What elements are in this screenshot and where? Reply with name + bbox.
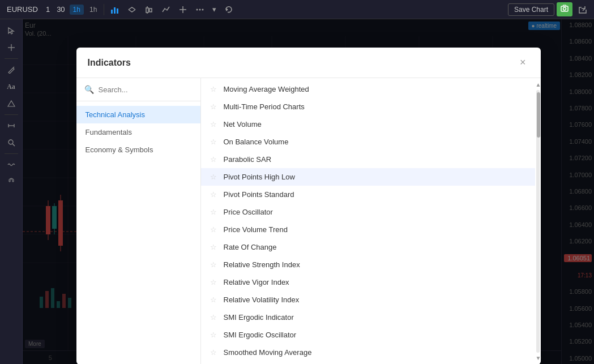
star-icon-3[interactable]: ☆ xyxy=(210,120,217,129)
svg-point-10 xyxy=(199,8,201,10)
tf-1h-btn[interactable]: 1h xyxy=(70,5,84,15)
svg-marker-15 xyxy=(8,28,14,34)
indicator-smi-ergodic-oscillator[interactable]: ☆ SMI Ergodic Oscillator xyxy=(201,326,535,344)
scroll-thumb[interactable] xyxy=(537,92,540,138)
scrollbar-area: ▲ ▼ xyxy=(535,78,541,364)
dropdown-btn[interactable]: ▾ xyxy=(210,3,219,15)
sidebar-tool-crosshair[interactable] xyxy=(3,40,20,55)
line-icon xyxy=(161,5,170,14)
chart-type-btn[interactable] xyxy=(108,3,122,16)
scale-btn[interactable] xyxy=(125,3,139,16)
sidebar-tool-cursor[interactable] xyxy=(3,23,20,38)
star-icon-2[interactable]: ☆ xyxy=(210,102,217,111)
star-icon-1[interactable]: ☆ xyxy=(210,85,217,93)
indicator-rate-of-change[interactable]: ☆ Rate Of Change xyxy=(201,238,535,256)
chart-area[interactable]: Eur Vol. (20... ● realtime xyxy=(23,19,594,364)
search-input[interactable] xyxy=(99,85,193,94)
indicator-label-8: Price Oscillator xyxy=(224,208,273,216)
indicator-relative-volatility[interactable]: ☆ Relative Volatility Index xyxy=(201,291,535,309)
star-icon-14[interactable]: ☆ xyxy=(210,313,217,322)
zoom-icon xyxy=(7,139,15,147)
indicator-multi-time[interactable]: ☆ Multi-Time Period Charts xyxy=(201,98,535,115)
replay-icon xyxy=(224,5,233,14)
search-container: 🔍 xyxy=(76,78,200,101)
sidebar-tool-wave[interactable] xyxy=(3,157,20,173)
svg-point-21 xyxy=(8,140,13,144)
left-sidebar: Aa xyxy=(0,19,23,364)
star-icon-6[interactable]: ☆ xyxy=(210,173,217,181)
star-icon-5[interactable]: ☆ xyxy=(210,155,217,164)
indicator-label-10: Rate Of Change xyxy=(224,243,277,251)
star-icon-9[interactable]: ☆ xyxy=(210,225,217,234)
candle-btn[interactable] xyxy=(142,3,156,16)
pen-icon xyxy=(7,66,15,74)
sidebar-tool-text[interactable]: Aa xyxy=(3,79,20,95)
camera-icon xyxy=(560,4,569,13)
indicator-label-13: Relative Volatility Index xyxy=(224,296,300,304)
indicator-label-4: On Balance Volume xyxy=(224,138,289,146)
magnet-icon xyxy=(7,178,15,186)
indicator-label-5: Parabolic SAR xyxy=(224,155,272,164)
indicator-moving-average-weighted[interactable]: ☆ Moving Average Weighted xyxy=(201,80,535,98)
svg-marker-12 xyxy=(226,8,228,11)
modal-close-button[interactable]: × xyxy=(516,55,529,70)
star-icon-15[interactable]: ☆ xyxy=(210,331,217,339)
num1-label: 1 xyxy=(44,4,52,15)
svg-rect-2 xyxy=(117,8,118,14)
star-icon-11[interactable]: ☆ xyxy=(210,260,217,269)
star-icon-10[interactable]: ☆ xyxy=(210,243,217,251)
search-icon: 🔍 xyxy=(84,85,94,94)
indicator-label-16: Smoothed Moving Average xyxy=(224,348,312,357)
star-icon-16[interactable]: ☆ xyxy=(210,348,217,357)
svg-rect-6 xyxy=(149,8,152,12)
indicator-on-balance-volume[interactable]: ☆ On Balance Volume xyxy=(201,133,535,151)
indicator-price-volume-trend[interactable]: ☆ Price Volume Trend xyxy=(201,221,535,238)
indicator-smoothed-ma[interactable]: ☆ Smoothed Moving Average xyxy=(201,344,535,361)
replay-btn[interactable] xyxy=(221,3,236,16)
sidebar-tool-magnet[interactable] xyxy=(3,174,20,190)
indicator-label-2: Multi-Time Period Charts xyxy=(224,102,305,111)
indicator-rsi[interactable]: ☆ Relative Strength Index xyxy=(201,256,535,273)
indicator-price-oscillator[interactable]: ☆ Price Oscillator xyxy=(201,203,535,221)
main-toolbar: EURUSD 1 30 1h 1h ▾ Save Chart xyxy=(0,0,594,19)
indicators-modal: Indicators × 🔍 Technical Analysis Fundam… xyxy=(76,48,541,364)
star-icon-7[interactable]: ☆ xyxy=(210,190,217,199)
star-icon-12[interactable]: ☆ xyxy=(210,278,217,286)
crosshair-btn[interactable] xyxy=(176,3,190,16)
star-icon-4[interactable]: ☆ xyxy=(210,138,217,146)
category-economy[interactable]: Economy & Symbols xyxy=(76,141,200,159)
modal-left-panel: 🔍 Technical Analysis Fundamentals Econom… xyxy=(76,78,201,364)
scale-icon xyxy=(127,5,136,14)
scroll-track[interactable] xyxy=(536,90,540,353)
screenshot-button[interactable] xyxy=(557,2,572,16)
sidebar-tool-zoom[interactable] xyxy=(3,135,20,151)
indicator-parabolic-sar[interactable]: ☆ Parabolic SAR xyxy=(201,151,535,168)
share-button[interactable] xyxy=(575,3,591,16)
line-btn[interactable] xyxy=(159,3,173,16)
indicator-smi-ergodic-indicator[interactable]: ☆ SMI Ergodic Indicator xyxy=(201,309,535,326)
indicator-pivot-standard[interactable]: ☆ Pivot Points Standard xyxy=(201,186,535,203)
crosshair-icon xyxy=(178,5,187,14)
save-chart-button[interactable]: Save Chart xyxy=(508,3,554,16)
more-btn[interactable] xyxy=(193,3,207,16)
category-list: Technical Analysis Fundamentals Economy … xyxy=(76,101,200,163)
sidebar-sep3 xyxy=(5,153,18,154)
star-icon-13[interactable]: ☆ xyxy=(210,296,217,304)
indicator-label-12: Relative Vigor Index xyxy=(224,278,289,286)
category-technical[interactable]: Technical Analysis xyxy=(76,106,200,123)
sidebar-tool-pen[interactable] xyxy=(3,62,20,78)
sidebar-tool-measure[interactable] xyxy=(3,118,20,134)
indicator-pivot-high-low[interactable]: ☆ Pivot Points High Low xyxy=(201,168,535,186)
star-icon-8[interactable]: ☆ xyxy=(210,208,217,216)
sidebar-tool-shapes[interactable] xyxy=(3,96,20,112)
indicator-net-volume[interactable]: ☆ Net Volume xyxy=(201,115,535,133)
indicator-stochastic[interactable]: ☆ Stochastic xyxy=(201,361,535,364)
svg-rect-0 xyxy=(111,10,113,14)
indicator-list[interactable]: ☆ Moving Average Weighted ☆ Multi-Time P… xyxy=(201,78,535,364)
indicator-label-9: Price Volume Trend xyxy=(224,225,288,234)
tf-1h-btn2[interactable]: 1h xyxy=(86,5,100,15)
category-fundamentals[interactable]: Fundamentals xyxy=(76,123,200,141)
scroll-up-btn[interactable]: ▲ xyxy=(536,80,540,89)
scroll-down-btn[interactable]: ▼ xyxy=(536,354,540,362)
indicator-relative-vigor[interactable]: ☆ Relative Vigor Index xyxy=(201,273,535,291)
